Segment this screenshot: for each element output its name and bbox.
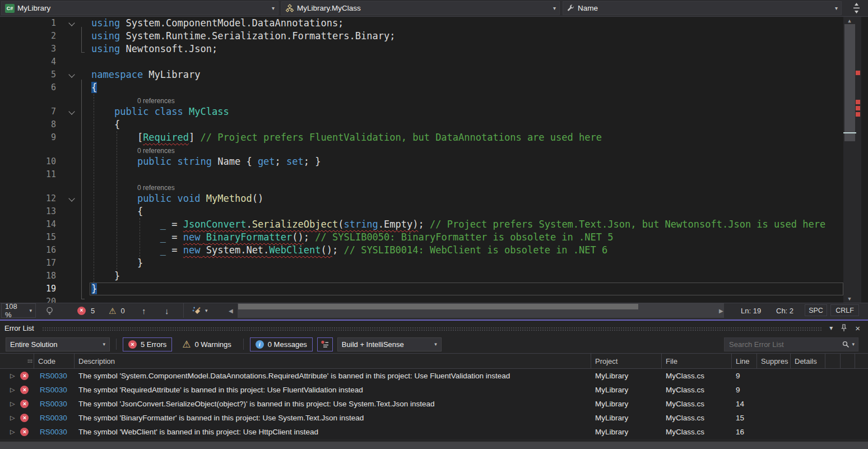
fold-margin[interactable] (56, 192, 91, 205)
code-line[interactable]: 12 public void MyMethod() (0, 192, 868, 205)
code-line[interactable]: 15 _ = new BinaryFormatter(); // SYSLIB0… (0, 231, 868, 244)
expand-row-icon[interactable]: ▷ (10, 400, 15, 408)
expand-row-icon[interactable]: ▷ (10, 372, 15, 379)
codelens-references[interactable]: 0 references (137, 97, 175, 105)
code-line[interactable]: 20 (0, 295, 868, 303)
column-header-suppression[interactable]: Suppres (757, 354, 791, 368)
line-number[interactable]: 17 (0, 257, 56, 270)
split-window-button[interactable] (846, 1, 866, 16)
fold-margin[interactable] (56, 105, 91, 118)
search-input[interactable] (728, 340, 842, 349)
code-text[interactable]: _ = new System.Net.WebClient(); // SYSLI… (91, 244, 607, 257)
code-text[interactable]: using System.Runtime.Serialization.Forma… (91, 30, 395, 43)
error-row[interactable]: ▷×RS0030The symbol 'JsonConvert.Serializ… (0, 397, 868, 411)
error-mark[interactable] (856, 100, 860, 104)
error-mark[interactable] (856, 106, 860, 110)
line-number[interactable]: 6 (0, 81, 56, 94)
fold-margin[interactable] (56, 43, 91, 55)
search-error-list[interactable]: ▾ (724, 337, 858, 351)
type-dropdown[interactable]: MyLibrary.MyClass ▾ (281, 1, 560, 15)
column-header-description[interactable]: Description (75, 354, 591, 368)
line-ending-indicator[interactable]: CRLF (830, 304, 859, 316)
line-number[interactable]: 5 (0, 68, 56, 81)
code-text[interactable]: public void MyMethod() (91, 192, 263, 205)
drag-handle[interactable] (42, 327, 823, 331)
fold-margin[interactable] (56, 81, 91, 94)
vertical-scrollbar[interactable]: ▲ ▼ (843, 17, 861, 303)
column-header-project[interactable]: Project (591, 354, 662, 368)
scroll-left-icon[interactable]: ◀ (229, 303, 233, 318)
scope-dropdown[interactable]: Entire Solution ▾ (6, 337, 110, 351)
code-line[interactable]: 11 (0, 168, 868, 181)
codelens-row[interactable]: 0 references (0, 144, 868, 155)
fold-margin[interactable] (56, 55, 91, 68)
horizontal-scrollbar[interactable] (238, 303, 724, 318)
code-line[interactable]: 2using System.Runtime.Serialization.Form… (0, 30, 868, 43)
code-text[interactable]: using Newtonsoft.Json; (91, 43, 217, 55)
code-line[interactable]: 17 } (0, 257, 868, 270)
fold-margin[interactable] (56, 30, 91, 43)
fold-margin[interactable] (56, 168, 91, 181)
line-number[interactable]: 1 (0, 17, 56, 30)
code-text[interactable]: [Required] // Project prefers FluentVali… (91, 131, 602, 144)
fold-chevron-icon[interactable] (68, 71, 75, 77)
code-line[interactable]: 16 _ = new System.Net.WebClient(); // SY… (0, 244, 868, 257)
code-line[interactable]: 13 { (0, 205, 868, 218)
pin-icon[interactable] (841, 324, 847, 332)
warnings-filter-button[interactable]: ⚠ 0 Warnings (177, 337, 237, 351)
code-line[interactable]: 8 { (0, 118, 868, 131)
fold-margin[interactable] (56, 155, 91, 168)
column-header-file[interactable]: File (662, 354, 732, 368)
source-dropdown[interactable]: Build + IntelliSense ▾ (337, 337, 442, 351)
code-text[interactable]: public string Name { get; set; } (91, 155, 321, 168)
errors-filter-button[interactable]: × 5 Errors (123, 337, 172, 351)
error-row[interactable]: ▷×RS0030The symbol 'WebClient' is banned… (0, 425, 868, 439)
fold-chevron-icon[interactable] (68, 20, 75, 26)
line-number[interactable]: 10 (0, 155, 56, 168)
expand-row-icon[interactable]: ▷ (10, 386, 15, 394)
error-mark[interactable] (856, 71, 860, 75)
line-number[interactable]: 7 (0, 105, 56, 118)
line-number[interactable]: 8 (0, 118, 56, 131)
code-line[interactable]: 1using System.ComponentModel.DataAnnotat… (0, 17, 868, 30)
fold-margin[interactable] (56, 257, 91, 270)
code-line[interactable]: 18 } (0, 270, 868, 283)
fold-margin[interactable] (56, 205, 91, 218)
codelens-row[interactable]: 0 references (0, 181, 868, 192)
code-text[interactable]: _ = new BinaryFormatter(); // SYSLIB0050… (91, 231, 613, 244)
error-row[interactable]: ▷×RS0030The symbol 'System.ComponentMode… (0, 369, 868, 383)
code-text[interactable]: public class MyClass (91, 105, 229, 118)
fold-margin[interactable] (56, 231, 91, 244)
code-text[interactable]: using System.ComponentModel.DataAnnotati… (91, 17, 344, 30)
error-mark[interactable] (856, 112, 860, 117)
zoom-dropdown[interactable]: 108 % ▾ (1, 303, 36, 318)
line-number[interactable]: 3 (0, 43, 56, 55)
code-line[interactable]: 6{ (0, 81, 868, 94)
previous-issue-button[interactable]: ↑ (142, 303, 146, 318)
code-text[interactable]: { (91, 81, 97, 94)
code-line[interactable]: 9 [Required] // Project prefers FluentVa… (0, 131, 868, 144)
lightbulb-icon[interactable] (45, 303, 54, 318)
scrollbar-thumb[interactable] (844, 24, 855, 141)
line-number[interactable]: 12 (0, 192, 56, 205)
show-details-button[interactable] (317, 337, 333, 351)
close-icon[interactable]: × (855, 323, 860, 333)
code-line[interactable]: 5namespace MyLibrary (0, 68, 868, 81)
code-line[interactable]: 3using Newtonsoft.Json; (0, 43, 868, 55)
column-header-details[interactable]: Details (791, 354, 825, 368)
column-header-line[interactable]: Line (732, 354, 757, 368)
codelens-row[interactable]: 0 references (0, 94, 868, 105)
error-row[interactable]: ▷×RS0030The symbol 'BinaryFormatter' is … (0, 411, 868, 425)
code-cleanup-button[interactable]: ▾ (192, 303, 208, 318)
fold-margin[interactable] (56, 218, 91, 231)
code-line[interactable]: 19} (0, 283, 868, 295)
line-number[interactable]: 9 (0, 131, 56, 144)
codelens-references[interactable]: 0 references (137, 184, 175, 192)
project-dropdown[interactable]: C# MyLibrary ▾ (1, 1, 278, 15)
expand-row-icon[interactable]: ▷ (10, 414, 15, 422)
fold-margin[interactable] (56, 17, 91, 30)
code-line[interactable]: 4 (0, 55, 868, 68)
line-number[interactable]: 14 (0, 218, 56, 231)
code-text[interactable]: { (91, 205, 143, 218)
fold-margin[interactable] (56, 131, 91, 144)
